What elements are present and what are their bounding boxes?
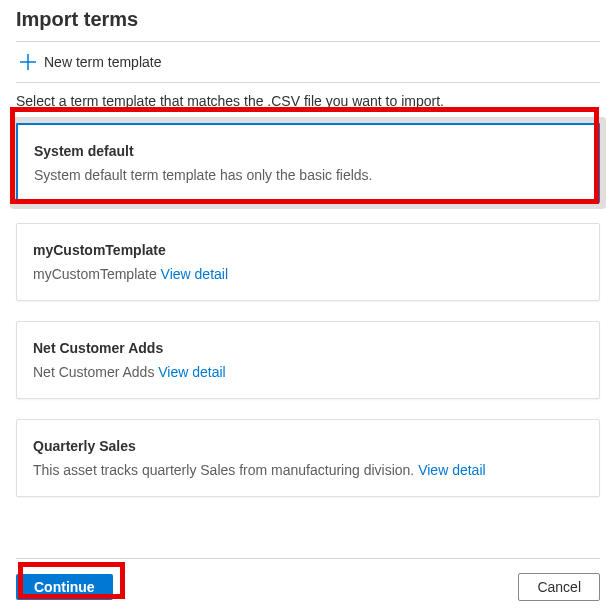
- template-card[interactable]: Net Customer AddsNet Customer Adds View …: [16, 321, 600, 399]
- page-title: Import terms: [16, 8, 600, 31]
- plus-icon[interactable]: [20, 54, 36, 70]
- template-title: Net Customer Adds: [33, 340, 583, 356]
- template-title: Quarterly Sales: [33, 438, 583, 454]
- template-description: This asset tracks quarterly Sales from m…: [33, 462, 583, 478]
- toolbar: New term template: [16, 42, 600, 82]
- new-term-template-button[interactable]: New term template: [44, 54, 161, 70]
- template-description: System default term template has only th…: [34, 167, 582, 183]
- template-description-text: System default term template has only th…: [34, 167, 373, 183]
- view-detail-link[interactable]: View detail: [161, 266, 228, 282]
- instruction-text: Select a term template that matches the …: [16, 93, 600, 109]
- template-title: System default: [34, 143, 582, 159]
- continue-button[interactable]: Continue: [16, 574, 113, 600]
- template-card[interactable]: myCustomTemplatemyCustomTemplate View de…: [16, 223, 600, 301]
- template-title: myCustomTemplate: [33, 242, 583, 258]
- footer: Continue Cancel: [16, 558, 600, 601]
- template-list: System defaultSystem default term templa…: [16, 123, 600, 497]
- view-detail-link[interactable]: View detail: [158, 364, 225, 380]
- template-description: myCustomTemplate View detail: [33, 266, 583, 282]
- view-detail-link[interactable]: View detail: [418, 462, 485, 478]
- template-description-text: Net Customer Adds: [33, 364, 154, 380]
- template-card[interactable]: System defaultSystem default term templa…: [16, 123, 600, 203]
- divider: [16, 82, 600, 83]
- cancel-button[interactable]: Cancel: [518, 573, 600, 601]
- template-description-text: This asset tracks quarterly Sales from m…: [33, 462, 414, 478]
- template-description: Net Customer Adds View detail: [33, 364, 583, 380]
- template-description-text: myCustomTemplate: [33, 266, 157, 282]
- template-card[interactable]: Quarterly SalesThis asset tracks quarter…: [16, 419, 600, 497]
